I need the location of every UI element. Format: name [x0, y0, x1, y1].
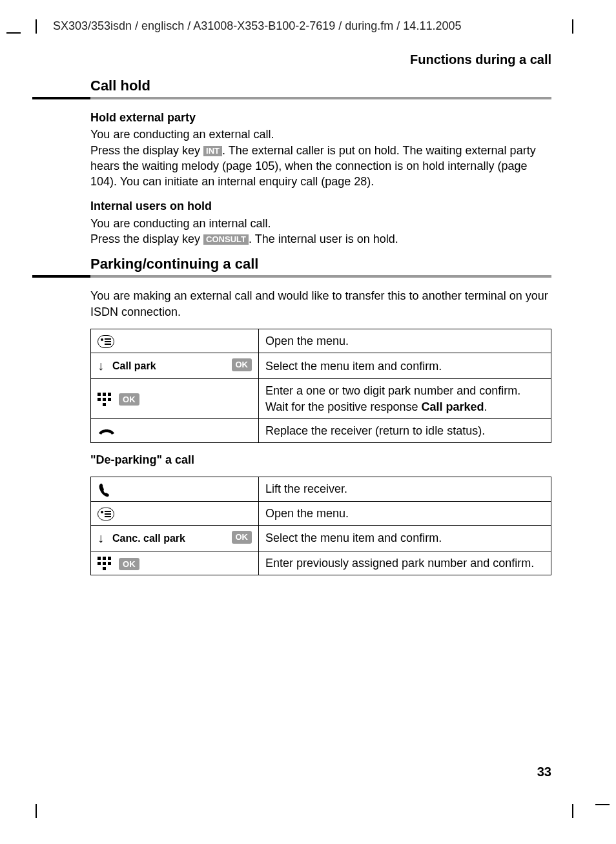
- table-row: Open the menu.: [91, 501, 551, 525]
- subheading-deparking: "De-parking" a call: [90, 452, 551, 468]
- paragraph: You are making an external call and woul…: [90, 288, 551, 320]
- heading-call-hold: Call hold: [90, 77, 551, 94]
- keypad-icon: [98, 557, 112, 571]
- table-row: OK Enter a one or two digit park number …: [91, 379, 551, 419]
- paragraph: You are conducting an internal call.: [90, 216, 551, 231]
- text: Press the display key: [90, 144, 203, 157]
- action-cell: OK: [91, 379, 259, 419]
- ok-badge: OK: [232, 531, 252, 544]
- display-key-int: INT: [203, 146, 222, 156]
- desc-cell: Select the menu item and confirm.: [259, 526, 551, 551]
- action-cell: [91, 418, 259, 442]
- subheading-internal-hold: Internal users on hold: [90, 198, 551, 214]
- desc-cell: Lift the receiver.: [259, 477, 551, 501]
- section-title: Functions during a call: [410, 52, 551, 67]
- crop-mark: [6, 32, 21, 34]
- table-row: Replace the receiver (return to idle sta…: [91, 418, 551, 442]
- action-cell: OK: [91, 551, 259, 575]
- body-block: You are making an external call and woul…: [90, 288, 551, 575]
- ok-badge: OK: [119, 558, 139, 571]
- menu-item-label: Call park: [112, 360, 156, 371]
- crop-mark: [595, 804, 610, 805]
- header-path: SX303/353isdn / englisch / A31008-X353-B…: [53, 19, 461, 33]
- action-cell: [91, 477, 259, 501]
- action-cell: [91, 329, 259, 353]
- desc-cell: Open the menu.: [259, 501, 551, 525]
- table-row: ↓ Canc. call park OK Select the menu ite…: [91, 526, 551, 551]
- table-row: OK Enter previously assigned park number…: [91, 551, 551, 575]
- ok-badge: OK: [232, 358, 252, 371]
- heading-parking: Parking/continuing a call: [90, 256, 551, 273]
- keypad-icon: [98, 393, 112, 407]
- crop-mark: [572, 804, 573, 818]
- table-row: Lift the receiver.: [91, 477, 551, 501]
- table-row: ↓ Call park OK Select the menu item and …: [91, 353, 551, 379]
- paragraph: You are conducting an external call.: [90, 127, 551, 142]
- ok-badge: OK: [119, 393, 139, 406]
- table-row: Open the menu.: [91, 329, 551, 353]
- arrow-down-icon: ↓: [98, 530, 104, 547]
- action-cell: ↓ Canc. call park OK: [91, 526, 259, 551]
- instruction-table-park: Open the menu. ↓ Call park OK Select the…: [90, 329, 551, 443]
- instruction-table-depark: Lift the receiver. Open the menu. ↓ Canc…: [90, 477, 551, 575]
- heading-rule: [32, 97, 551, 102]
- desc-cell: Enter a one or two digit park number and…: [259, 379, 551, 419]
- page-number: 33: [537, 765, 551, 779]
- display-key-consult: CONSULT: [203, 234, 249, 245]
- heading-rule: [32, 275, 551, 280]
- body-block: Hold external party You are conducting a…: [90, 110, 551, 247]
- menu-icon: [98, 335, 114, 348]
- text: . The internal user is on hold.: [249, 232, 398, 245]
- subheading-hold-external: Hold external party: [90, 110, 551, 125]
- paragraph: Press the display key INT. The external …: [90, 143, 551, 190]
- crop-mark: [36, 19, 37, 34]
- page-content: Call hold Hold external party You are co…: [32, 77, 551, 584]
- desc-cell: Enter previously assigned park number an…: [259, 551, 551, 575]
- crop-mark: [36, 804, 37, 818]
- text: Press the display key: [90, 232, 203, 245]
- text: .: [484, 400, 488, 413]
- crop-mark: [572, 19, 573, 34]
- action-cell: [91, 501, 259, 525]
- menu-item-label: Canc. call park: [112, 533, 185, 544]
- action-cell: ↓ Call park OK: [91, 353, 259, 379]
- paragraph: Press the display key CONSULT. The inter…: [90, 231, 551, 247]
- hangup-icon: [98, 427, 116, 436]
- desc-cell: Select the menu item and confirm.: [259, 353, 551, 379]
- arrow-down-icon: ↓: [98, 357, 104, 375]
- desc-cell: Open the menu.: [259, 329, 551, 353]
- desc-cell: Replace the receiver (return to idle sta…: [259, 418, 551, 442]
- menu-icon: [98, 508, 114, 520]
- text-bold: Call parked: [421, 400, 484, 413]
- lift-receiver-icon: [98, 483, 110, 497]
